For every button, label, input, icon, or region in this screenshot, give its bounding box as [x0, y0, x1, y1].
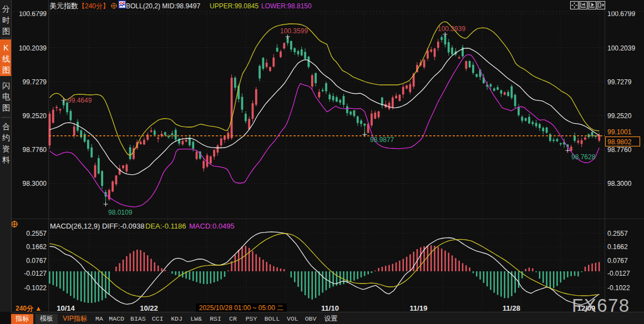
svg-text:100.2039: 100.2039	[607, 44, 635, 52]
svg-text:11/10: 11/10	[321, 304, 339, 312]
svg-text:98.7760: 98.7760	[607, 146, 632, 154]
svg-text:-0.1022: -0.1022	[24, 284, 47, 292]
svg-text:98.7628: 98.7628	[571, 153, 596, 161]
svg-text:0.2557: 0.2557	[26, 230, 47, 237]
svg-text:98.0109: 98.0109	[108, 209, 133, 216]
svg-text:DEA:-0.1186: DEA:-0.1186	[145, 222, 186, 230]
svg-text:-0.0127: -0.0127	[24, 270, 47, 277]
svg-text:98.7760: 98.7760	[23, 146, 47, 154]
svg-text:MACD(26,12,9) DIFF:-0.0938: MACD(26,12,9) DIFF:-0.0938	[50, 222, 145, 230]
svg-text:99.2520: 99.2520	[607, 112, 632, 120]
svg-text:0.1662: 0.1662	[607, 243, 628, 251]
svg-text:240分 ▲: 240分 ▲	[16, 305, 42, 312]
svg-text:99.1001: 99.1001	[607, 128, 632, 136]
svg-text:美元指数: 美元指数	[49, 2, 78, 10]
svg-text:LOWER:98.8150: LOWER:98.8150	[261, 2, 312, 10]
svg-text:98.3000: 98.3000	[607, 180, 632, 188]
svg-text:11/19: 11/19	[410, 304, 428, 312]
svg-text:0.0767: 0.0767	[26, 257, 47, 265]
svg-text:99.7279: 99.7279	[607, 78, 632, 86]
svg-text:MACD:0.0495: MACD:0.0495	[189, 222, 235, 230]
svg-text:100.2039: 100.2039	[19, 44, 47, 52]
svg-text:98.9802: 98.9802	[607, 138, 632, 146]
svg-text:98.3000: 98.3000	[23, 180, 47, 188]
svg-text:0.1662: 0.1662	[26, 243, 47, 251]
svg-text:-0.0127: -0.0127	[607, 270, 630, 277]
svg-text:BOLL(20,2) MID:98.9497: BOLL(20,2) MID:98.9497	[126, 2, 200, 10]
svg-text:100.6799: 100.6799	[607, 10, 635, 18]
svg-text:11/28: 11/28	[503, 304, 520, 312]
svg-text:UPPER:99.0845: UPPER:99.0845	[210, 2, 258, 10]
svg-text:10/14: 10/14	[57, 304, 75, 312]
svg-text:0.2557: 0.2557	[607, 230, 628, 237]
svg-text:-0.1022: -0.1022	[607, 284, 630, 292]
svg-text:99.2520: 99.2520	[23, 112, 47, 120]
svg-text:100.3599: 100.3599	[280, 27, 308, 35]
svg-text:100.3939: 100.3939	[438, 25, 465, 33]
svg-text:100.6799: 100.6799	[19, 10, 47, 18]
svg-text:99.4649: 99.4649	[68, 97, 92, 104]
svg-text:98.9877: 98.9877	[370, 136, 394, 144]
svg-text:0.0767: 0.0767	[607, 257, 628, 265]
svg-text:2025/10/28 01:00 ~ 05:00 二: 2025/10/28 01:00 ~ 05:00 二	[199, 304, 283, 312]
svg-text:【240分】: 【240分】	[78, 2, 109, 10]
svg-text:10/22: 10/22	[140, 304, 158, 312]
svg-text:99.7279: 99.7279	[23, 78, 47, 86]
